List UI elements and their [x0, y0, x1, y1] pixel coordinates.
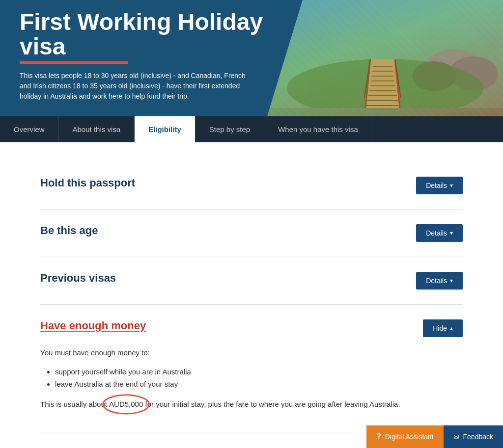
passport-btn-label: Details: [426, 182, 447, 189]
money-amount-highlight: AUD5,000: [109, 398, 143, 410]
money-btn-chevron: ▴: [450, 325, 453, 332]
section-money-button[interactable]: Hide ▴: [423, 319, 463, 337]
feedback-label: Feedback: [463, 433, 493, 441]
money-detail: This is usually about AUD5,000 for your …: [40, 398, 463, 410]
tab-step-by-step[interactable]: Step by step: [196, 116, 264, 142]
feedback-button[interactable]: ✉ Feedback: [444, 425, 503, 448]
feedback-icon: ✉: [453, 433, 459, 441]
section-visas: Previous visas Details ▾: [40, 257, 463, 305]
section-money: Have enough money Hide ▴ You must have e…: [40, 305, 463, 432]
passport-btn-chevron: ▾: [450, 182, 453, 189]
main-content: Hold this passport Details ▾ Be this age…: [30, 142, 473, 448]
header-description: This visa lets people 18 to 30 years old…: [20, 71, 255, 102]
visas-btn-label: Details: [426, 277, 447, 285]
section-passport-button[interactable]: Details ▾: [416, 177, 463, 194]
title-underline: [20, 61, 128, 64]
page-header: First Working Holiday visa This visa let…: [0, 0, 503, 116]
tab-when-you-have[interactable]: When you have this visa: [264, 116, 372, 142]
section-passport: Hold this passport Details ▾: [40, 162, 463, 210]
header-image: [267, 0, 503, 116]
section-money-content: You must have enough money to: support y…: [40, 347, 463, 432]
page-title: First Working Holiday visa: [20, 10, 275, 64]
tab-eligibility[interactable]: Eligibility: [135, 116, 196, 142]
visas-btn-chevron: ▾: [450, 277, 453, 284]
section-age: Be this age Details ▾: [40, 210, 463, 257]
digital-assistant-label: Digital Assistant: [385, 433, 434, 441]
section-visas-title: Previous visas: [40, 272, 116, 285]
money-btn-label: Hide: [433, 324, 447, 332]
digital-assistant-button[interactable]: ? Digital Assistant: [366, 425, 444, 448]
tab-overview[interactable]: Overview: [0, 116, 59, 142]
title-line2: visa: [20, 33, 65, 59]
footer-action-bar: ? Digital Assistant ✉ Feedback: [366, 425, 503, 448]
section-age-button[interactable]: Details ▾: [416, 224, 463, 242]
age-btn-chevron: ▾: [450, 230, 453, 237]
money-amount: AUD5,000: [109, 400, 143, 408]
section-passport-title: Hold this passport: [40, 177, 135, 189]
section-visas-button[interactable]: Details ▾: [416, 272, 463, 290]
navigation-tabs: Overview About this visa Eligibility Ste…: [0, 116, 503, 142]
money-detail-suffix: for your initial stay, plus the fare to …: [143, 400, 400, 408]
section-age-title: Be this age: [40, 224, 98, 237]
money-bullet-1: support yourself while you are in Austra…: [55, 366, 463, 378]
boardwalk-illustration: [267, 0, 503, 108]
section-money-header: Have enough money Hide ▴: [40, 319, 463, 337]
title-line1: First Working Holiday: [20, 9, 263, 35]
money-list: support yourself while you are in Austra…: [55, 366, 463, 391]
money-bullet-2: leave Australia at the end of your stay: [55, 378, 463, 391]
money-intro: You must have enough money to:: [40, 347, 463, 359]
money-detail-prefix: This is usually about: [40, 400, 109, 408]
age-btn-label: Details: [426, 229, 447, 237]
digital-assistant-icon: ?: [376, 432, 381, 441]
tab-about[interactable]: About this visa: [59, 116, 135, 142]
section-money-title: Have enough money: [40, 319, 146, 332]
